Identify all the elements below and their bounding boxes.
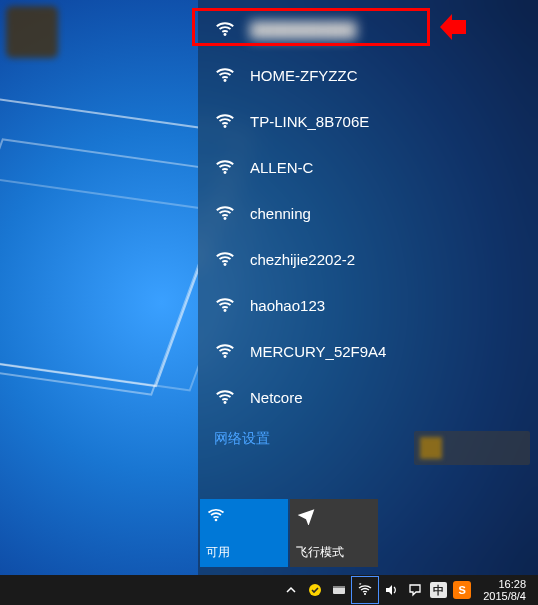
- wifi-ssid: MERCURY_52F9A4: [250, 343, 386, 360]
- airplane-mode-tile[interactable]: 飞行模式: [290, 499, 378, 567]
- tray-network-icon[interactable]: *: [354, 579, 376, 601]
- svg-point-4: [224, 217, 227, 220]
- svg-text:*: *: [359, 582, 362, 588]
- tray-clock[interactable]: 16:28 2015/8/4: [477, 578, 532, 602]
- wifi-network-item[interactable]: TP-LINK_8B706E: [198, 98, 538, 144]
- clock-time: 16:28: [498, 578, 526, 590]
- svg-point-0: [224, 33, 227, 36]
- airplane-tile-label: 飞行模式: [296, 544, 372, 561]
- svg-point-1: [224, 79, 227, 82]
- wifi-ssid: ██████████: [250, 21, 356, 38]
- wifi-icon: [214, 248, 236, 270]
- svg-rect-12: [333, 586, 345, 588]
- tray-chevron-up-icon[interactable]: [282, 581, 300, 599]
- tray-app-icon[interactable]: [330, 581, 348, 599]
- wifi-ssid: Netcore: [250, 389, 303, 406]
- wifi-network-item[interactable]: chezhijie2202-2: [198, 236, 538, 282]
- tray-action-center-icon[interactable]: [406, 581, 424, 599]
- svg-point-13: [364, 593, 366, 595]
- wifi-network-item[interactable]: HOME-ZFYZZC: [198, 52, 538, 98]
- tray-ime-indicator[interactable]: 中: [430, 582, 447, 598]
- wifi-ssid: chezhijie2202-2: [250, 251, 355, 268]
- svg-point-2: [224, 125, 227, 128]
- svg-point-8: [224, 401, 227, 404]
- wifi-icon: [206, 505, 226, 525]
- network-tooltip-blurred: [414, 431, 530, 465]
- wifi-tile-label: 可用: [206, 544, 282, 561]
- wifi-ssid: HOME-ZFYZZC: [250, 67, 357, 84]
- wifi-icon: [214, 340, 236, 362]
- wifi-ssid: TP-LINK_8B706E: [250, 113, 369, 130]
- wifi-ssid: chenning: [250, 205, 311, 222]
- svg-point-9: [215, 519, 218, 522]
- wifi-network-item[interactable]: haohao123: [198, 282, 538, 328]
- airplane-icon: [296, 505, 316, 525]
- wifi-ssid: haohao123: [250, 297, 325, 314]
- quick-action-tiles: 可用 飞行模式: [198, 497, 380, 575]
- wifi-toggle-tile[interactable]: 可用: [200, 499, 288, 567]
- wifi-icon: [214, 110, 236, 132]
- wifi-network-item[interactable]: ALLEN-C: [198, 144, 538, 190]
- wifi-icon: [214, 64, 236, 86]
- wifi-network-item[interactable]: Netcore: [198, 374, 538, 420]
- svg-point-7: [224, 355, 227, 358]
- wifi-network-item[interactable]: MERCURY_52F9A4: [198, 328, 538, 374]
- wifi-network-list: ██████████ HOME-ZFYZZC TP-LINK_8B706E AL…: [198, 0, 538, 420]
- wifi-network-item[interactable]: ██████████: [198, 6, 538, 52]
- wifi-icon: [214, 156, 236, 178]
- svg-point-3: [224, 171, 227, 174]
- clock-date: 2015/8/4: [483, 590, 526, 602]
- desktop-icon-blurred: [6, 6, 58, 58]
- tray-sogou-icon[interactable]: S: [453, 581, 471, 599]
- wifi-icon: [214, 386, 236, 408]
- wifi-network-item[interactable]: chenning: [198, 190, 538, 236]
- svg-point-5: [224, 263, 227, 266]
- svg-point-6: [224, 309, 227, 312]
- wifi-ssid: ALLEN-C: [250, 159, 313, 176]
- tray-volume-icon[interactable]: [382, 581, 400, 599]
- tray-security-icon[interactable]: [306, 581, 324, 599]
- network-flyout: ██████████ HOME-ZFYZZC TP-LINK_8B706E AL…: [198, 0, 538, 575]
- taskbar: * 中 S 16:28 2015/8/4: [0, 575, 538, 605]
- wifi-icon: [214, 202, 236, 224]
- wifi-icon: [214, 294, 236, 316]
- wifi-icon: [214, 18, 236, 40]
- system-tray: * 中 S 16:28 2015/8/4: [282, 578, 538, 602]
- tooltip-icon-blurred: [420, 437, 442, 459]
